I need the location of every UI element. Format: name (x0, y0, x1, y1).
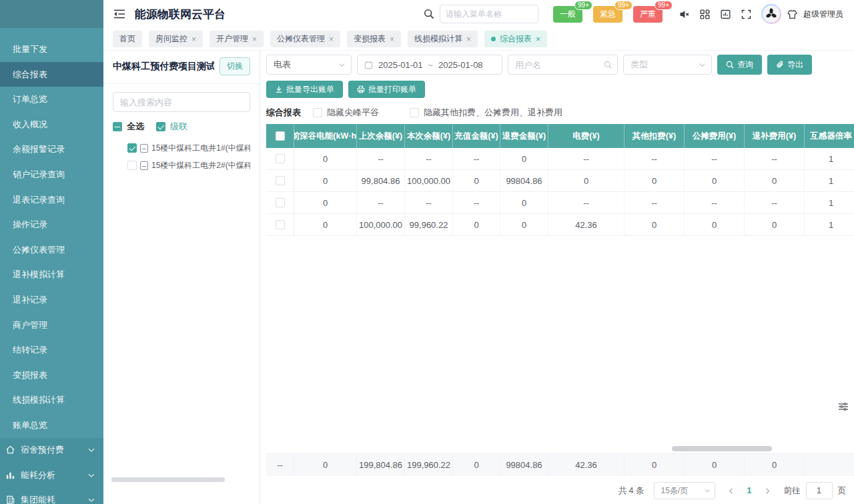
tree-item[interactable]: 15楼中煤科工电井1#(中煤科工工程咨询 (113, 139, 250, 157)
select-all-checkbox[interactable] (113, 122, 122, 131)
sidebar-section[interactable]: 宿舍预付费 (0, 438, 103, 463)
hide-peak-valley-checkbox[interactable] (313, 108, 322, 117)
header-select-all-checkbox[interactable] (276, 131, 285, 141)
summary-cell (805, 454, 854, 476)
column-settings-icon[interactable] (838, 401, 849, 412)
sidebar-item[interactable]: 批量下发 (0, 37, 103, 62)
table-cell: 1 (805, 214, 854, 235)
fullscreen-icon[interactable] (741, 9, 752, 20)
close-icon[interactable]: × (252, 35, 257, 44)
layout-grid-icon[interactable] (699, 9, 711, 20)
sidebar-section-label: 宿舍预付费 (21, 444, 87, 456)
date-end: 2025-01-08 (438, 60, 483, 70)
goto-page-input[interactable] (806, 482, 833, 499)
sidebar-item[interactable]: 退补模拟计算 (0, 262, 103, 287)
sidebar-item[interactable]: 退表记录查询 (0, 187, 103, 213)
menu-search-input[interactable] (440, 5, 538, 23)
skin-theme-icon[interactable] (787, 9, 798, 20)
summary-cell: 199,804.86 (357, 454, 405, 476)
tab[interactable]: 首页 (113, 31, 142, 47)
row-checkbox[interactable] (276, 176, 285, 185)
tree-item-checkbox[interactable] (127, 161, 137, 170)
table-cell: 0 (294, 148, 357, 169)
alert-badge[interactable]: 严重99+ (633, 6, 663, 23)
mute-icon[interactable] (679, 9, 690, 20)
hide-other-fees-option[interactable]: 隐藏其他扣费、公摊费用、退补费用 (410, 107, 562, 119)
export-button[interactable]: 导出 (767, 55, 812, 75)
collapse-menu-icon[interactable] (113, 9, 126, 19)
tab[interactable]: 线损模拟计算× (408, 31, 478, 47)
table-cell: 1 (805, 170, 854, 191)
sidebar-section[interactable]: 能耗分析 (0, 463, 103, 488)
sidebar-item[interactable]: 操作记录 (0, 212, 103, 237)
alert-badge[interactable]: 一般99+ (553, 6, 582, 23)
sidebar-item[interactable]: 商户管理 (0, 313, 103, 338)
table-cell: -- (685, 148, 745, 169)
current-page-number[interactable]: 1 (747, 486, 752, 495)
sidebar-item[interactable]: 结转记录 (0, 337, 103, 363)
tab[interactable]: 公摊仪表管理× (270, 31, 340, 47)
pagination: 共 4 条 15条/页 1 前往 页 (266, 476, 854, 504)
row-checkbox[interactable] (276, 198, 285, 207)
close-icon[interactable]: × (390, 35, 394, 44)
table-horizontal-scrollbar[interactable] (672, 446, 772, 451)
hide-other-fees-checkbox[interactable] (410, 108, 419, 117)
batch-export-bills-button[interactable]: 批量导出账单 (266, 81, 343, 98)
row-checkbox[interactable] (276, 220, 285, 229)
sidebar-item[interactable]: 余额报警记录 (0, 137, 103, 162)
sidebar-item[interactable]: 公摊仪表管理 (0, 237, 103, 263)
monitor-icon[interactable] (720, 9, 731, 20)
prev-page-button[interactable] (725, 487, 738, 495)
printer-icon (357, 85, 365, 93)
row-checkbox[interactable] (276, 154, 285, 163)
sidebar-item[interactable]: 收入概况 (0, 112, 103, 137)
tree-search-input[interactable] (113, 92, 250, 112)
type-select[interactable]: 类型 (623, 55, 712, 75)
tree-item[interactable]: 15楼中煤科工电井2#(中煤科工工程咨询 (113, 157, 250, 174)
close-icon[interactable]: × (536, 35, 540, 44)
table-cell: -- (548, 148, 624, 169)
table-row: 099,804.86100,000.00099804.8600001 (266, 170, 854, 192)
sidebar-section[interactable]: 集团能耗 (0, 488, 103, 504)
date-range-picker[interactable]: 2025-01-01 ~ 2025-01-08 (357, 55, 502, 75)
close-icon[interactable]: × (329, 35, 334, 44)
sidebar-item[interactable]: 线损模拟计算 (0, 387, 103, 413)
table-row: 0------0--------1 (266, 148, 854, 170)
close-icon[interactable]: × (466, 35, 471, 44)
tab[interactable]: 房间监控× (149, 31, 203, 47)
panel-horizontal-scrollbar[interactable] (111, 477, 225, 482)
tree-item-checkbox[interactable] (127, 143, 137, 153)
page-size-select[interactable]: 15条/页 (654, 482, 715, 499)
sidebar-item[interactable]: 综合报表 (0, 62, 103, 87)
sidebar-item[interactable]: 退补记录 (0, 287, 103, 313)
avatar[interactable] (761, 4, 781, 24)
search-icon[interactable] (424, 9, 434, 19)
cascade-checkbox[interactable] (156, 122, 165, 131)
report-options-row: 综合报表 隐藏尖峰平谷 隐藏其他扣费、公摊费用、退补费用 (266, 107, 854, 119)
close-icon[interactable]: × (191, 35, 196, 44)
summary-cell: 0 (294, 454, 357, 476)
switch-project-button[interactable]: 切换 (220, 57, 250, 75)
sidebar-item[interactable]: 变损报表 (0, 363, 103, 388)
next-page-button[interactable] (761, 487, 775, 495)
alert-badge[interactable]: 紧急99+ (593, 6, 622, 23)
hide-peak-valley-option[interactable]: 隐藏尖峰平谷 (313, 107, 379, 119)
tab[interactable]: 综合报表× (484, 31, 547, 47)
table-cell: 42.36 (548, 214, 624, 235)
user-role-label[interactable]: 超级管理员 (803, 9, 843, 20)
sidebar-item[interactable]: 订单总览 (0, 87, 103, 112)
table-cell: -- (453, 192, 500, 213)
tab[interactable]: 变损报表× (347, 31, 401, 47)
cascade-label[interactable]: 级联 (170, 121, 187, 133)
tab[interactable]: 开户管理× (209, 31, 264, 47)
sidebar-item[interactable]: 账单总览 (0, 413, 103, 438)
batch-export-label: 批量导出账单 (286, 84, 334, 95)
meter-type-select[interactable]: 电表 (266, 55, 352, 75)
select-all-label[interactable]: 全选 (127, 121, 144, 133)
batch-print-bills-button[interactable]: 批量打印账单 (348, 81, 425, 98)
table-summary-row: --0199,804.86199,960.22099804.8642.36000 (266, 453, 854, 476)
date-separator: ~ (428, 60, 434, 70)
sidebar-item[interactable]: 销户记录查询 (0, 162, 103, 187)
query-button[interactable]: 查询 (717, 55, 762, 75)
username-input[interactable] (515, 60, 604, 70)
